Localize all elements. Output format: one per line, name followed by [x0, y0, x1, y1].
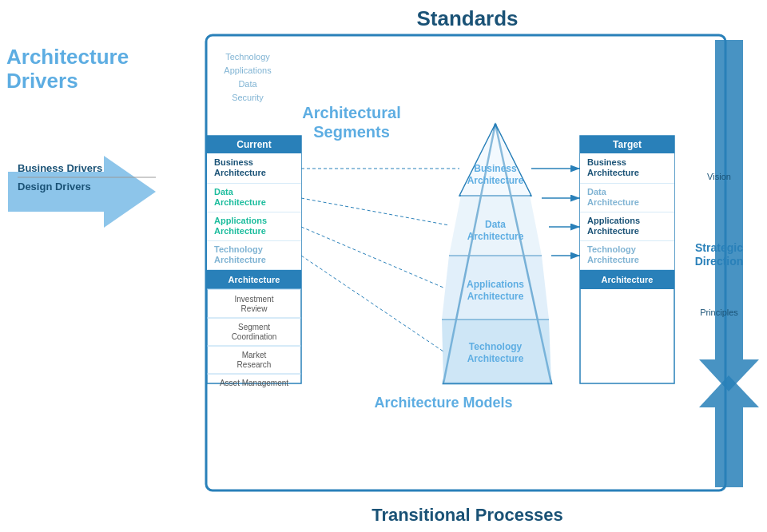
svg-text:Coordination: Coordination	[232, 332, 277, 341]
svg-text:Business: Business	[587, 157, 626, 167]
svg-text:Architectural: Architectural	[302, 104, 400, 121]
svg-text:Segment: Segment	[238, 323, 270, 332]
svg-text:Architecture: Architecture	[467, 175, 524, 186]
svg-text:Review: Review	[241, 304, 268, 313]
svg-text:Data: Data	[238, 79, 257, 89]
svg-text:Technology: Technology	[214, 244, 264, 254]
svg-text:Technology: Technology	[469, 341, 523, 352]
svg-text:Market: Market	[242, 351, 267, 359]
svg-text:Architecture: Architecture	[467, 291, 524, 302]
svg-text:Architecture: Architecture	[587, 168, 639, 177]
svg-text:Data: Data	[214, 187, 234, 197]
svg-text:Security: Security	[232, 93, 264, 102]
svg-text:Architecture: Architecture	[214, 197, 266, 207]
svg-text:Architecture: Architecture	[229, 275, 280, 284]
svg-text:Technology: Technology	[225, 52, 270, 62]
svg-text:Design Drivers: Design Drivers	[18, 181, 91, 193]
svg-text:Current: Current	[236, 139, 271, 150]
svg-text:Direction: Direction	[695, 255, 744, 268]
main-container: Standards Transitional Processes Current…	[0, 0, 767, 532]
svg-text:Technology: Technology	[587, 244, 637, 254]
svg-text:Applications: Applications	[467, 279, 524, 290]
svg-text:Architecture: Architecture	[214, 168, 266, 177]
svg-text:Architecture: Architecture	[587, 255, 639, 264]
svg-text:Research: Research	[237, 360, 272, 369]
svg-text:Asset Management: Asset Management	[220, 379, 288, 387]
svg-text:Applications: Applications	[214, 216, 267, 225]
svg-text:Architecture: Architecture	[214, 255, 266, 264]
svg-text:Data: Data	[485, 219, 506, 230]
svg-text:Applications: Applications	[224, 66, 272, 75]
svg-text:Target: Target	[613, 139, 642, 150]
svg-marker-1	[699, 40, 759, 391]
svg-text:Architecture: Architecture	[214, 226, 266, 236]
svg-line-74	[301, 198, 449, 225]
svg-text:Principles: Principles	[700, 308, 738, 317]
svg-marker-2	[699, 375, 759, 487]
svg-text:Applications: Applications	[587, 216, 640, 225]
svg-text:Business: Business	[474, 163, 517, 174]
svg-line-75	[301, 227, 443, 288]
svg-text:Architecture: Architecture	[587, 226, 639, 236]
svg-text:Segments: Segments	[313, 123, 390, 141]
svg-text:Architecture Models: Architecture Models	[374, 395, 512, 411]
svg-text:Strategic: Strategic	[695, 241, 743, 254]
svg-text:Architecture: Architecture	[467, 231, 524, 242]
diagram-svg: Current Business Architecture Data Archi…	[0, 0, 767, 532]
svg-text:Architecture: Architecture	[602, 275, 654, 284]
svg-text:Data: Data	[587, 187, 607, 197]
svg-text:Drivers: Drivers	[6, 69, 78, 93]
svg-text:Business: Business	[214, 157, 253, 167]
svg-text:Investment: Investment	[235, 295, 274, 304]
svg-text:Vision: Vision	[707, 172, 731, 181]
svg-text:Architecture: Architecture	[467, 353, 524, 364]
svg-text:Business Drivers: Business Drivers	[18, 162, 102, 174]
svg-text:Architecture: Architecture	[6, 45, 129, 69]
svg-text:Architecture: Architecture	[587, 197, 639, 207]
svg-line-76	[301, 256, 443, 351]
